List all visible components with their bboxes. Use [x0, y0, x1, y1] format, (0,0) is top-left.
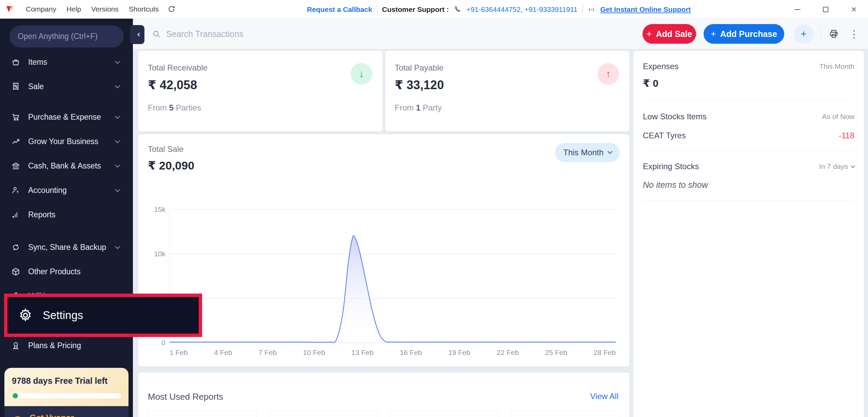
broadcast-icon	[587, 5, 595, 14]
chart-area-fill	[170, 236, 616, 343]
chart-line	[170, 236, 616, 342]
report-card-placeholder[interactable]	[148, 411, 257, 417]
section-title: Expiring Stocks	[643, 162, 699, 171]
x-tick: 19 Feb	[448, 349, 470, 357]
support-phone-numbers[interactable]: +91-6364444752, +91-9333911911	[467, 5, 577, 14]
bank-icon	[11, 161, 20, 171]
chevron-down-icon	[115, 244, 120, 249]
y-tick: 0	[151, 339, 165, 347]
chevron-down-icon	[115, 187, 120, 192]
main-area: + Add Sale + Add Purchase + ⋮	[133, 19, 868, 417]
report-card-placeholder[interactable]	[269, 411, 378, 417]
sidebar-item-accounting[interactable]: ₹ Accounting	[0, 178, 133, 202]
x-tick: 7 Feb	[258, 349, 277, 357]
x-tick: 1 Feb	[170, 349, 188, 357]
sync-icon	[11, 243, 20, 252]
sidebar-item-sale[interactable]: Sale	[0, 74, 133, 99]
sidebar-item-label: Plans & Pricing	[28, 341, 81, 350]
add-purchase-button[interactable]: + Add Purchase	[704, 24, 784, 44]
x-tick: 28 Feb	[594, 349, 616, 357]
x-tick: 13 Feb	[351, 349, 373, 357]
get-premium-button[interactable]: Get Vyapar Premium →	[4, 406, 129, 417]
receivable-parties: From 5 Parties	[148, 103, 201, 113]
menu-company[interactable]: Company	[26, 5, 56, 13]
sidebar-collapse-button[interactable]	[130, 25, 144, 44]
search-icon	[152, 29, 161, 39]
sidebar-item-sync-share-backup[interactable]: Sync, Share & Backup	[0, 235, 133, 259]
quick-add-button[interactable]: +	[794, 24, 813, 44]
low-stocks-section: Low Stocks Items As of Now CEAT Tyres -1…	[633, 101, 864, 151]
payable-amount: ₹ 33,120	[395, 78, 444, 92]
period-label: As of Now	[822, 113, 854, 121]
right-panel: Expenses This Month ₹ 0 Low Stocks Items…	[633, 51, 864, 417]
divider	[643, 201, 854, 201]
view-all-link[interactable]: View All	[590, 392, 618, 401]
expiring-period-selector[interactable]: In 7 days	[819, 162, 854, 171]
x-tick: 25 Feb	[545, 349, 567, 357]
phone-icon	[454, 5, 462, 14]
action-buttons: + Add Sale + Add Purchase + ⋮	[643, 24, 862, 44]
total-payable-card[interactable]: Total Payable ₹ 33,120 From 1 Party ↑	[385, 51, 629, 132]
menu-help[interactable]: Help	[66, 5, 81, 13]
sidebar: Open Anything (Ctrl+F) Items Sale	[0, 19, 133, 417]
report-card-placeholder[interactable]	[511, 411, 620, 417]
sidebar-item-label: Items	[28, 58, 47, 67]
free-trial-banner: 9788 days Free Trial left Get Vyapar Pre…	[4, 368, 129, 417]
accounting-person-icon: ₹	[11, 186, 20, 195]
sidebar-item-grow-your-business[interactable]: Grow Your Business	[0, 129, 133, 154]
sidebar-item-purchase-expense[interactable]: Purchase & Expense	[0, 105, 133, 129]
svg-text:₹: ₹	[17, 190, 19, 194]
open-anything-search[interactable]: Open Anything (Ctrl+F)	[9, 25, 124, 47]
box-icon	[11, 267, 20, 276]
add-sale-button[interactable]: + Add Sale	[643, 24, 696, 44]
most-used-reports-card: Most Used Reports View All	[138, 373, 629, 417]
sidebar-item-label: Cash, Bank & Assets	[28, 161, 101, 171]
x-tick: 22 Feb	[497, 349, 519, 357]
divider	[377, 4, 377, 15]
section-title: Expenses	[643, 62, 678, 71]
period-selector[interactable]: This Month	[555, 143, 620, 162]
sidebar-nav: Items Sale Purchase & Expense	[0, 50, 133, 308]
online-support-link[interactable]: Get Instant Online Support	[600, 5, 691, 14]
close-button[interactable]: ×	[846, 2, 862, 17]
arrow-down-icon: ↓	[351, 63, 372, 85]
more-options-icon[interactable]: ⋮	[846, 28, 862, 40]
menu-versions[interactable]: Versions	[91, 5, 119, 13]
printer-icon[interactable]	[829, 29, 839, 39]
plus-icon: +	[647, 29, 652, 39]
action-bar: + Add Sale + Add Purchase + ⋮	[133, 19, 868, 49]
medal-icon	[11, 341, 20, 350]
request-callback-link[interactable]: Request a Callback	[307, 5, 372, 14]
app-menu: Company Help Versions Shortcuts	[26, 5, 159, 13]
sale-receipt-icon	[11, 82, 20, 91]
window-controls: ×	[783, 0, 868, 19]
sidebar-item-settings-highlighted[interactable]: Settings	[4, 294, 202, 337]
total-sale-card: Total Sale ₹ 20,090 This Month	[138, 134, 629, 366]
card-title: Total Receivable	[148, 63, 208, 73]
expenses-section: Expenses This Month ₹ 0	[633, 51, 864, 101]
low-stock-item[interactable]: CEAT Tyres -118	[643, 131, 854, 140]
sidebar-item-reports[interactable]: Reports	[0, 202, 133, 227]
divider	[821, 27, 821, 40]
customer-support-label: Customer Support :	[382, 5, 449, 14]
sidebar-item-items[interactable]: Items	[0, 50, 133, 74]
menu-shortcuts[interactable]: Shortcuts	[129, 5, 159, 13]
report-card-placeholder[interactable]	[390, 411, 499, 417]
chevron-down-icon	[851, 164, 855, 168]
expenses-amount: ₹ 0	[643, 77, 854, 89]
card-title: Total Payable	[395, 63, 443, 73]
growth-arrow-icon	[11, 137, 20, 146]
search-transactions-input[interactable]	[166, 26, 403, 42]
refresh-icon[interactable]	[167, 5, 176, 13]
sidebar-item-other-products[interactable]: Other Products	[0, 259, 133, 284]
x-tick: 10 Feb	[303, 349, 325, 357]
sidebar-item-label: Purchase & Expense	[28, 113, 101, 122]
settings-label: Settings	[43, 309, 83, 322]
minimize-button[interactable]	[790, 2, 805, 17]
sidebar-item-cash-bank-assets[interactable]: Cash, Bank & Assets	[0, 154, 133, 178]
section-title: Low Stocks Items	[643, 112, 707, 121]
dashboard-content: Total Receivable ₹ 42,058 From 5 Parties…	[133, 49, 868, 417]
maximize-button[interactable]	[818, 2, 833, 17]
card-title: Total Sale	[148, 144, 183, 154]
total-receivable-card[interactable]: Total Receivable ₹ 42,058 From 5 Parties…	[138, 51, 382, 132]
